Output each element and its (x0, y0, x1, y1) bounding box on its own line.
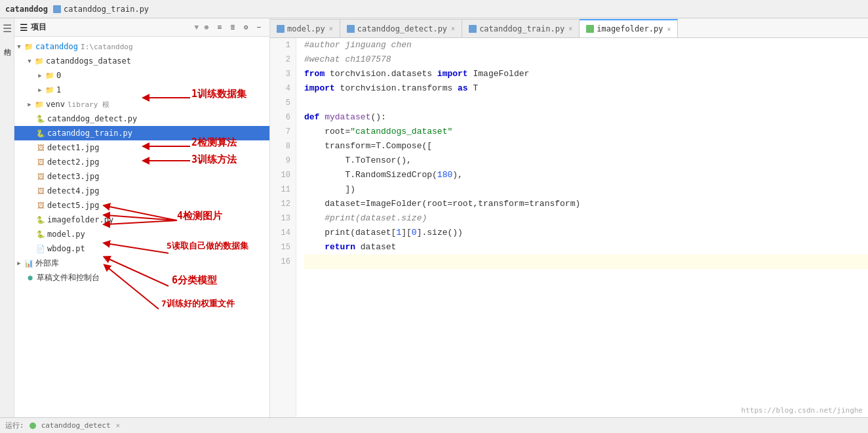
py-imagefolder-icon: 🐍 (35, 215, 46, 225)
minimize-icon[interactable]: − (254, 22, 264, 33)
title-file-tab: catanddog_train.py (53, 5, 149, 14)
line-numbers: 1 2 3 4 5 6 7 8 9 10 11 12 13 14 15 16 (270, 38, 296, 417)
tab-imagefolder-py-label: imagefolder.py (597, 24, 663, 33)
tab-train-py[interactable]: catanddog_train.py × (462, 19, 580, 37)
file-tree-content[interactable]: ▼ 📁 catanddog I:\catanddog ▼ 📁 catanddog… (14, 37, 269, 417)
tree-folder-1[interactable]: ▶ 📁 1 (14, 83, 269, 97)
tab-detect-py-label: catanddog_detect.py (357, 24, 447, 33)
bottom-file: catanddog_detect (41, 421, 111, 430)
tree-wbdog-pt[interactable]: 📄 wbdog.pt (14, 241, 269, 256)
label-1: 1 (56, 85, 61, 94)
code-line-5 (304, 96, 868, 110)
code-line-7: root= "catanddogs_dataset" (304, 125, 868, 139)
code-plain-9: T.ToTensor(), (304, 154, 412, 168)
label-model-py: model.py (47, 230, 85, 239)
tab-model-py-close[interactable]: × (329, 25, 333, 32)
arrow-catanddog: ▼ (14, 42, 24, 51)
sidebar-result-icon[interactable]: 结构 (2, 41, 12, 44)
jpg-detect4-icon: 🖼 (35, 186, 46, 196)
label-catanddog: catanddog (35, 42, 78, 51)
code-plain-10a: T.RandomSizedCrop( (304, 168, 437, 182)
settings-icon[interactable]: ⚙ (241, 22, 251, 33)
label-detect2-jpg: detect2.jpg (47, 157, 99, 167)
sidebar-project-icon[interactable]: ☰ (3, 21, 12, 36)
code-plain-4a: torchvision.transforms (335, 81, 458, 96)
label-dataset: catanddogs_dataset (46, 56, 131, 66)
code-line-16 (304, 255, 868, 269)
tree-root-catanddog[interactable]: ▼ 📁 catanddog I:\catanddog (14, 39, 269, 54)
code-num-10: 180 (437, 168, 452, 182)
folder-catanddog-icon: 📁 (24, 41, 34, 52)
tree-detect2-jpg[interactable]: 🖼 detect2.jpg (14, 155, 269, 169)
tab-imagefolder-py-close[interactable]: × (667, 26, 671, 33)
code-import-3: import (437, 67, 468, 81)
arrow-1: ▶ (35, 85, 45, 94)
code-editor[interactable]: 1 2 3 4 5 6 7 8 9 10 11 12 13 14 15 16 (270, 38, 868, 417)
code-plain-11: ]) (304, 182, 355, 197)
path-catanddog: I:\catanddog (81, 43, 132, 51)
tree-scratch[interactable]: ● 草稿文件和控制台 (14, 270, 269, 285)
tree-imagefolder-py[interactable]: 🐍 imagefolder.py (14, 213, 269, 227)
label-detect1-jpg: detect1.jpg (47, 143, 99, 152)
code-string-7: "catanddogs_dataset" (350, 125, 452, 139)
line-num-2: 2 (270, 52, 296, 67)
arrow-external: ▶ (14, 258, 24, 268)
tree-detect4-jpg[interactable]: 🖼 detect4.jpg (14, 184, 269, 198)
jpg-detect1-icon: 🖼 (35, 142, 46, 153)
label-detect4-jpg: detect4.jpg (47, 186, 99, 196)
tree-model-py[interactable]: 🐍 model.py (14, 227, 269, 241)
tree-detect1-jpg[interactable]: 🖼 detect1.jpg (14, 140, 269, 155)
label-venv-suffix: library 根 (68, 100, 109, 110)
code-plain-6b: (): (370, 110, 385, 125)
tree-train-py[interactable]: 🐍 catanddog_train.py (14, 126, 269, 140)
scratch-icon: ● (25, 272, 35, 283)
folder-1-icon: 📁 (45, 85, 55, 95)
pt-wbdog-icon: 📄 (35, 243, 46, 254)
tree-catanddogs-dataset[interactable]: ▼ 📁 catanddogs_dataset (14, 54, 269, 68)
tab-detect-py-close[interactable]: × (451, 25, 455, 32)
external-lib-icon: 📊 (24, 258, 34, 268)
tree-detect5-jpg[interactable]: 🖼 detect5.jpg (14, 198, 269, 213)
label-imagefolder-py: imagefolder.py (47, 215, 113, 224)
code-lines-content[interactable]: #author jinguang chen #wechat ch1107578 … (296, 38, 868, 417)
sidebar-strip: ☰ 结构 (0, 18, 14, 417)
label-scratch: 草稿文件和控制台 (37, 272, 100, 283)
jpg-detect3-icon: 🖼 (35, 171, 46, 182)
line-num-12: 12 (270, 197, 296, 211)
tree-folder-0[interactable]: ▶ 📁 0 (14, 68, 269, 83)
tab-train-py-close[interactable]: × (568, 25, 572, 32)
code-comment-13: #print(dataset.size) (304, 211, 427, 226)
code-return-15: return (304, 240, 355, 255)
code-line-12: dataset=ImageFolder(root=root,transform=… (304, 197, 868, 211)
label-detect5-jpg: detect5.jpg (47, 201, 99, 210)
main-layout: ☰ 结构 ☰ 项目 ▼ ⊕ ≡ ≣ ⚙ − ▼ 📁 catanddog I:\c (0, 18, 868, 417)
tab-train-py-icon (469, 25, 477, 33)
line-num-15: 15 (270, 240, 296, 255)
code-plain-14c: ].size()) (417, 226, 463, 240)
code-line-2: #wechat ch1107578 (304, 52, 868, 67)
code-plain-12: dataset=ImageFolder(root=root,transform=… (304, 197, 580, 211)
tab-model-py[interactable]: model.py × (270, 19, 340, 37)
line-num-13: 13 (270, 211, 296, 226)
tab-detect-py[interactable]: catanddog_detect.py × (340, 19, 462, 37)
tab-imagefolder-py-icon (586, 25, 594, 33)
expand-icon[interactable]: ≣ (227, 22, 238, 33)
code-line-8: transform=T.Compose([ (304, 139, 868, 154)
line-num-11: 11 (270, 182, 296, 197)
tab-imagefolder-py[interactable]: imagefolder.py × (580, 19, 678, 37)
collapse-icon[interactable]: ≡ (214, 22, 225, 33)
line-num-7: 7 (270, 125, 296, 139)
code-plain-3b: ImageFolder (468, 67, 530, 81)
add-file-icon[interactable]: ⊕ (201, 22, 212, 33)
bottom-close[interactable]: × (116, 421, 121, 430)
py-model-icon: 🐍 (35, 229, 46, 239)
line-num-16: 16 (270, 255, 296, 269)
tree-external-lib[interactable]: ▶ 📊 外部库 (14, 256, 269, 270)
tree-detect-py[interactable]: 🐍 catanddog_detect.py (14, 112, 269, 126)
code-plain-3a: torchvision.datasets (325, 67, 437, 81)
py-detect-icon: 🐍 (35, 113, 46, 124)
code-line-9: T.ToTensor(), (304, 154, 868, 168)
tree-venv[interactable]: ▶ 📁 venv library 根 (14, 97, 269, 112)
tree-detect3-jpg[interactable]: 🖼 detect3.jpg (14, 169, 269, 184)
tab-model-py-label: model.py (287, 24, 325, 33)
